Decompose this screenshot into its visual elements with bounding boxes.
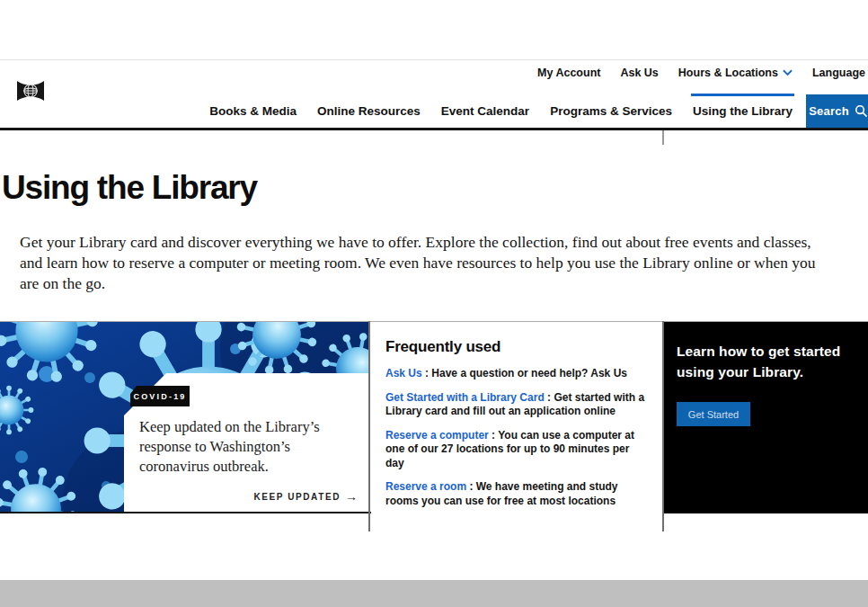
- nav-event-calendar-label: Event Calendar: [441, 104, 529, 118]
- search-button-label: Search: [809, 104, 849, 118]
- intro-paragraph: Get your Library card and discover every…: [20, 232, 861, 294]
- nav-event-calendar[interactable]: Event Calendar: [441, 103, 529, 127]
- get-started-heading: Learn how to get started using your Libr…: [677, 341, 855, 382]
- intro-line: Get your Library card and discover every…: [20, 232, 861, 253]
- header-bottom-border: [0, 128, 868, 130]
- covid-message: Keep updated on the Library’s response t…: [139, 417, 320, 477]
- get-started-button-label: Get Started: [688, 409, 739, 420]
- list-item: Get Started with a Library Card : Get st…: [385, 391, 650, 419]
- section-divider: [662, 321, 664, 531]
- active-tab-indicator: [691, 94, 794, 96]
- search-icon: [855, 104, 868, 118]
- get-started-heading-line: Learn how to get started: [677, 341, 855, 362]
- nav-using-the-library-label: Using the Library: [693, 104, 793, 118]
- nav-online-resources-label: Online Resources: [317, 104, 421, 118]
- keep-updated-link[interactable]: KEEP UPDATED →: [253, 489, 358, 504]
- get-started-heading-line: using your Library.: [677, 362, 855, 382]
- chevron-down-icon: [783, 69, 793, 76]
- library-card-link[interactable]: Get Started with a Library Card: [385, 391, 545, 404]
- nav-using-the-library[interactable]: Using the Library: [693, 103, 793, 127]
- nav-my-account[interactable]: My Account: [537, 67, 600, 79]
- get-started-panel: Learn how to get started using your Libr…: [664, 322, 868, 513]
- nav-language[interactable]: Language: [812, 67, 865, 79]
- separator: :: [422, 367, 432, 379]
- list-item: Reserve a room : We have meeting and stu…: [385, 480, 650, 508]
- separator: :: [545, 391, 554, 404]
- covid-message-line: coronavirus outbreak.: [139, 457, 320, 477]
- nav-my-account-label: My Account: [537, 67, 600, 79]
- covid-message-line: response to Washington’s: [139, 437, 320, 457]
- nav-books-media-label: Books & Media: [209, 104, 297, 118]
- nav-ask-us-label: Ask Us: [620, 67, 658, 79]
- library-website-page: My Account Ask Us Hours & Locations Lang…: [0, 0, 868, 607]
- nav-pointer-line: [662, 130, 664, 145]
- ask-us-link[interactable]: Ask Us: [385, 367, 422, 379]
- feature-band: Keep updated on the Library’s response t…: [0, 322, 868, 513]
- item-description: Have a question or need help? Ask Us: [431, 367, 627, 379]
- page-title: Using the Library: [2, 169, 257, 207]
- nav-hours-locations[interactable]: Hours & Locations: [678, 67, 793, 79]
- frequently-used-section: Frequently used Ask Us : Have a question…: [371, 322, 662, 513]
- keep-updated-label: KEEP UPDATED: [253, 492, 341, 502]
- search-button[interactable]: Search: [806, 94, 868, 128]
- frequently-used-heading: Frequently used: [385, 338, 650, 356]
- intro-line: and learn how to reserve a computer or m…: [20, 253, 861, 273]
- reserve-room-link[interactable]: Reserve a room: [385, 480, 466, 493]
- nav-ask-us[interactable]: Ask Us: [620, 67, 658, 79]
- footer-band: [0, 580, 868, 607]
- section-divider: [368, 321, 370, 531]
- list-item: Ask Us : Have a question or need help? A…: [385, 367, 650, 381]
- library-logo-icon[interactable]: [15, 76, 46, 107]
- get-started-button[interactable]: Get Started: [677, 402, 750, 426]
- top-divider: [0, 59, 868, 60]
- nav-programs-services[interactable]: Programs & Services: [550, 103, 672, 127]
- nav-programs-services-label: Programs & Services: [550, 104, 672, 118]
- separator: :: [489, 429, 498, 442]
- nav-language-label: Language: [812, 67, 865, 79]
- nav-online-resources[interactable]: Online Resources: [317, 103, 421, 127]
- list-item: Reserve a computer : You can use a compu…: [385, 429, 650, 471]
- separator: :: [466, 480, 476, 493]
- covid-badge-label: COVID-19: [133, 392, 186, 401]
- utility-nav: My Account Ask Us Hours & Locations Lang…: [537, 67, 865, 79]
- covid-badge: COVID-19: [130, 386, 190, 406]
- covid-message-line: Keep updated on the Library’s: [139, 417, 320, 437]
- intro-line: are on the go.: [20, 273, 861, 294]
- main-nav: Books & Media Online Resources Event Cal…: [209, 103, 793, 127]
- arrow-right-icon: →: [345, 489, 358, 504]
- nav-hours-locations-label: Hours & Locations: [678, 67, 778, 79]
- reserve-computer-link[interactable]: Reserve a computer: [385, 429, 489, 442]
- nav-books-media[interactable]: Books & Media: [209, 103, 297, 127]
